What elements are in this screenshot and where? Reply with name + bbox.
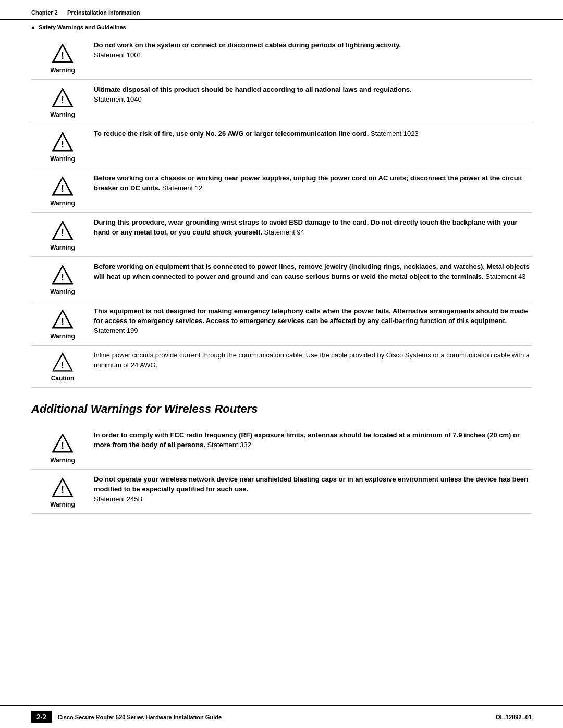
warning-row-3: ! Warning To reduce the risk of fire, us…	[31, 124, 532, 168]
caution-icon-col: ! Caution	[31, 351, 94, 382]
warning-icon-col-3: ! Warning	[31, 129, 94, 163]
warning-icon-col-7: ! Warning	[31, 306, 94, 340]
svg-text:!: !	[61, 440, 64, 451]
additional-warning-bold-2: Do not operate your wireless network dev…	[94, 475, 528, 493]
warning-icon-col-4: ! Warning	[31, 174, 94, 207]
warning-label-6: Warning	[50, 288, 75, 295]
svg-text:!: !	[61, 51, 64, 61]
main-content: ! Warning Do not work on the system or c…	[0, 35, 563, 514]
warning-icon-col-2: ! Warning	[31, 85, 94, 118]
warning-icon-2: !	[51, 86, 74, 109]
additional-warning-bold-1: In order to comply with FCC radio freque…	[94, 431, 520, 449]
page-header: Chapter 2 Preinstallation Information	[0, 0, 563, 20]
caution-icon: !	[52, 352, 73, 373]
warning-text-6: Before working on equipment that is conn…	[94, 262, 532, 282]
warning-label-2: Warning	[50, 111, 75, 118]
additional-warning-icon-2: !	[51, 476, 74, 499]
warning-normal-1: Statement 1001	[94, 51, 142, 59]
warning-icon-4: !	[51, 175, 74, 198]
warning-row-4: ! Warning Before working on a chassis or…	[31, 168, 532, 213]
svg-text:!: !	[61, 183, 64, 194]
svg-text:!: !	[61, 139, 64, 150]
footer-page-number: 2-2	[31, 711, 52, 723]
svg-text:!: !	[61, 272, 64, 282]
section-heading-text: Safety Warnings and Guidelines	[39, 24, 126, 30]
warning-bold-3: To reduce the risk of fire, use only No.…	[94, 130, 369, 138]
warning-normal-7: Statement 199	[94, 327, 138, 335]
caution-row: ! Caution Inline power circuits provide …	[31, 346, 532, 388]
page: Chapter 2 Preinstallation Information Sa…	[0, 0, 563, 728]
warning-label-1: Warning	[50, 67, 75, 74]
warning-icon-6: !	[51, 263, 74, 286]
header-chapter-label: Chapter 2	[31, 9, 58, 16]
warning-icon-5: !	[51, 219, 74, 242]
additional-warning-normal-1: Statement 332	[207, 441, 251, 449]
warning-row-5: ! Warning During this procedure, wear gr…	[31, 213, 532, 257]
additional-warning-label-2: Warning	[50, 501, 75, 508]
warning-row-2: ! Warning Ultimate disposal of this prod…	[31, 80, 532, 124]
warning-normal-6: Statement 43	[485, 273, 525, 280]
additional-warning-icon-1: !	[51, 431, 74, 454]
warning-label-3: Warning	[50, 155, 75, 163]
svg-text:!: !	[61, 95, 64, 105]
section-heading: Safety Warnings and Guidelines	[0, 22, 563, 35]
footer-doc-number: OL-12892--01	[496, 714, 532, 720]
svg-text:!: !	[61, 485, 64, 495]
svg-text:!: !	[61, 361, 64, 370]
caution-label: Caution	[51, 375, 75, 382]
warning-normal-4: Statement 12	[162, 184, 202, 192]
warning-row-7: ! Warning This equipment is not designed…	[31, 301, 532, 346]
warning-label-7: Warning	[50, 332, 75, 340]
warning-icon-7: !	[51, 307, 74, 330]
svg-text:!: !	[61, 316, 64, 327]
warning-label-4: Warning	[50, 200, 75, 207]
warning-bold-1: Do not work on the system or connect or …	[94, 41, 401, 49]
warning-row-1: ! Warning Do not work on the system or c…	[31, 35, 532, 80]
additional-warning-text-1: In order to comply with FCC radio freque…	[94, 430, 532, 450]
warning-bold-2: Ultimate disposal of this product should…	[94, 85, 412, 93]
warning-normal-5: Statement 94	[264, 228, 304, 236]
svg-text:!: !	[61, 228, 64, 238]
additional-warning-normal-2: Statement 245B	[94, 495, 142, 503]
additional-warning-label-1: Warning	[50, 456, 75, 464]
warning-bold-6: Before working on equipment that is conn…	[94, 263, 530, 280]
additional-warning-icon-col-1: ! Warning	[31, 430, 94, 464]
warning-bold-7: This equipment is not designed for makin…	[94, 307, 528, 325]
caution-text: Inline power circuits provide current th…	[94, 351, 532, 371]
additional-warning-icon-col-2: ! Warning	[31, 475, 94, 508]
page-footer: 2-2 Cisco Secure Router 520 Series Hardw…	[0, 705, 563, 728]
additional-section-title: Additional Warnings for Wireless Routers	[31, 388, 532, 425]
warning-text-4: Before working on a chassis or working n…	[94, 174, 532, 193]
footer-title: Cisco Secure Router 520 Series Hardware …	[58, 714, 222, 720]
warning-text-3: To reduce the risk of fire, use only No.…	[94, 129, 532, 139]
warning-text-7: This equipment is not designed for makin…	[94, 306, 532, 336]
additional-warning-row-1: ! Warning In order to comply with FCC ra…	[31, 425, 532, 470]
footer-left: 2-2 Cisco Secure Router 520 Series Hardw…	[31, 711, 222, 723]
warning-row-6: ! Warning Before working on equipment th…	[31, 257, 532, 301]
additional-warning-text-2: Do not operate your wireless network dev…	[94, 475, 532, 504]
warning-label-5: Warning	[50, 244, 75, 251]
header-left: Chapter 2 Preinstallation Information	[31, 9, 140, 16]
warning-normal-2: Statement 1040	[94, 95, 142, 103]
warning-bold-5: During this procedure, wear grounding wr…	[94, 218, 518, 236]
warning-text-5: During this procedure, wear grounding wr…	[94, 218, 532, 238]
warning-normal-3: Statement 1023	[371, 130, 419, 138]
caution-normal: Inline power circuits provide current th…	[94, 351, 530, 369]
warning-icon-3: !	[51, 130, 74, 153]
warning-bold-4: Before working on a chassis or working n…	[94, 174, 522, 192]
header-chapter-title: Preinstallation Information	[67, 9, 140, 16]
warning-icon-1: !	[51, 42, 74, 65]
warning-text-2: Ultimate disposal of this product should…	[94, 85, 532, 105]
warning-icon-col-5: ! Warning	[31, 218, 94, 251]
warning-icon-col-6: ! Warning	[31, 262, 94, 295]
warning-icon-col-1: ! Warning	[31, 41, 94, 74]
warning-text-1: Do not work on the system or connect or …	[94, 41, 532, 60]
additional-warning-row-2: ! Warning Do not operate your wireless n…	[31, 470, 532, 514]
